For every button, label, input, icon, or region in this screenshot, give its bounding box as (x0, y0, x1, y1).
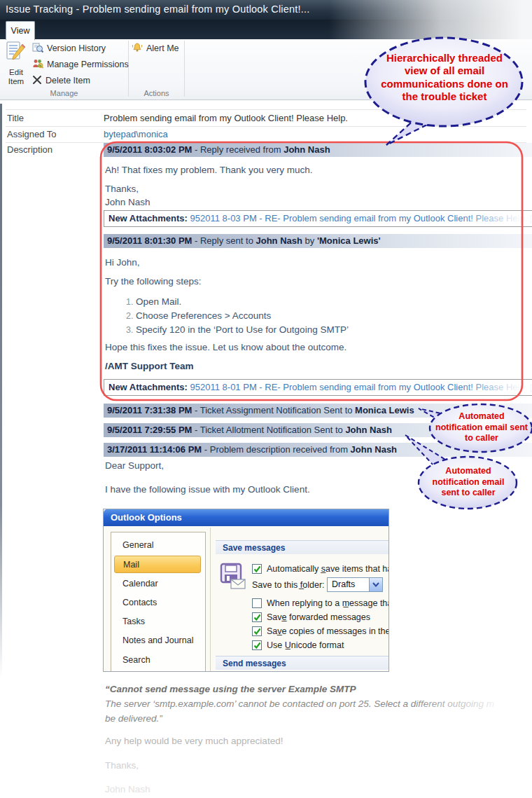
save-folder-dropdown[interactable]: Drafts (327, 577, 383, 592)
nav-item-mail-selected[interactable]: Mail (114, 556, 201, 573)
error-quote-line: “Cannot send message using the server Ex… (105, 684, 356, 694)
assigned-to-link[interactable]: bytepad\monica (104, 129, 168, 139)
nav-item-contacts[interactable]: Contacts (114, 594, 201, 612)
email-date: 9/5/2011 7:29:55 PM (104, 425, 192, 435)
checkbox-unicode[interactable]: Use U̲nicode format (252, 640, 344, 651)
step-item: Choose Preferences > Accounts (136, 310, 349, 321)
tab-view[interactable]: View (6, 21, 35, 40)
ribbon-separator-2 (184, 41, 185, 97)
ribbon-group-actions: Actions (129, 88, 184, 98)
checkbox-save-forwarded[interactable]: Save̲ forwarded messages (252, 612, 370, 623)
checkbox-checked-icon (252, 564, 262, 574)
email-body-line: Try the following steps: (105, 276, 202, 287)
right-fade (413, 694, 532, 716)
nav-item-notes-journal[interactable]: Notes and Journal (114, 632, 201, 649)
nav-item-general[interactable]: General (114, 537, 201, 554)
email-body-line: Thanks, (105, 184, 139, 194)
delete-item-label: Delete Item (46, 76, 90, 85)
titlebar-fade (329, 0, 532, 39)
email-header-reply-sent: 9/5/2011 8:01:30 PM - Reply sent to John… (104, 234, 532, 248)
manage-permissions-icon (32, 58, 43, 71)
section-send-messages: Send messages (216, 656, 388, 670)
email-body-line: Dear Support, (105, 460, 164, 471)
email-header-problem-description: 3/17/2011 11:14:06 PM - Problem descript… (104, 443, 532, 457)
email-body-line: Hi John, (105, 257, 140, 268)
version-history-button[interactable]: Version History (32, 41, 106, 56)
error-quote-line: be delivered.” (105, 713, 162, 724)
callout-1-tail (386, 111, 442, 145)
form-separator-top (6, 109, 526, 110)
checkbox-label: Automatically s̲ave items that have (267, 564, 388, 574)
email-header-reply-received: 9/5/2011 8:03:02 PM - Reply received fro… (104, 143, 532, 157)
dialog-titlebar: Outlook Options (104, 509, 388, 526)
attachment-fade (459, 211, 532, 226)
callout-auto-notification-1: Automated notification email sent to cal… (435, 411, 528, 444)
email-body-line: Hope this fixes the issue. Let us know a… (105, 342, 346, 352)
edit-item-icon (6, 54, 27, 66)
email-recipient-name: Monica Lewis (355, 405, 414, 415)
attachment-label: New Attachments: (104, 213, 190, 223)
attachment-fade (459, 380, 532, 395)
manage-permissions-label: Manage Permissions (47, 60, 129, 69)
email-date: 9/5/2011 8:01:30 PM (104, 235, 192, 246)
section-save-messages: Save messages (216, 540, 388, 554)
delete-item-icon (32, 75, 42, 87)
delete-item-button[interactable]: Delete Item (32, 73, 90, 88)
checkbox-save-copies[interactable]: Sav̲e copies of messages in the Se (252, 626, 388, 637)
dialog-divider (210, 528, 211, 671)
attachment-box-1: New Attachments: 952011 8-03 PM - RE- Pr… (104, 210, 532, 227)
checkbox-label: Use U̲nicode format (267, 640, 344, 650)
email-body-line-faded: Any help would be very much appreciated! (105, 736, 283, 746)
issue-tracking-window: Issue Tracking - Problem sending email f… (0, 0, 532, 798)
alert-me-label: Alert Me (146, 43, 179, 53)
title-field-label: Title (7, 113, 24, 123)
email-sender-name: John Nash (284, 144, 330, 155)
checkbox-autosave[interactable]: Automatically s̲ave items that have (252, 563, 388, 575)
nav-item-calendar[interactable]: Calendar (114, 575, 201, 593)
save-to-folder-label: Save to this f̲older: (252, 580, 325, 590)
email-body-line: John Nash (105, 197, 150, 207)
window-left-edge (0, 104, 2, 678)
edit-item-label-line1: Edit (3, 68, 29, 77)
title-field-value: Problem sending email from my Outlook Cl… (104, 113, 348, 123)
ribbon-group-manage: Manage (0, 88, 128, 98)
form-separator-1 (6, 126, 526, 127)
alert-me-icon (132, 42, 143, 55)
checkbox-checked-icon (252, 626, 262, 636)
save-folder-value: Drafts (332, 579, 355, 589)
checkbox-when-replying[interactable]: When replying to a m̲essage that (252, 598, 388, 609)
nav-item-tasks[interactable]: Tasks (114, 613, 201, 631)
dropdown-arrow-icon[interactable] (369, 578, 382, 591)
checkbox-label: Save̲ forwarded messages (267, 612, 370, 622)
assigned-to-label: Assigned To (7, 129, 57, 139)
edit-item-label-line2: Item (3, 77, 29, 86)
email-sender-name: John Nash (351, 444, 397, 455)
attachment-box-2: New Attachments: 952011 8-01 PM - RE- Pr… (104, 379, 532, 396)
callout-auto-notification-2: Automated notification email sent to cal… (423, 466, 514, 499)
callout-threaded-view: Hierarchically threaded view of all emai… (376, 52, 513, 103)
email-date: 9/5/2011 7:31:38 PM (104, 405, 192, 415)
alert-me-button[interactable]: Alert Me (132, 41, 179, 56)
edit-item-button[interactable]: Edit Item (3, 41, 29, 86)
page-title: Issue Tracking - Problem sending email f… (6, 4, 309, 15)
version-history-icon (32, 42, 43, 55)
save-floppy-envelope-icon (220, 563, 246, 593)
email-date: 3/17/2011 11:14:06 PM (104, 444, 202, 455)
checkbox-unchecked-icon (252, 598, 262, 608)
step-item: Open Mail. (136, 296, 349, 307)
email-body-line-faded: Thanks, (105, 760, 139, 771)
email-date: 9/5/2011 8:03:02 PM (104, 144, 192, 155)
email-sender-name: 'Monica Lewis' (317, 235, 381, 246)
email-signature: /AMT Support Team (105, 361, 194, 371)
nav-item-search[interactable]: Search (114, 652, 201, 669)
email-recipient-name: John Nash (255, 235, 302, 246)
checkbox-checked-icon (252, 640, 262, 650)
email-steps-list: Open Mail. Choose Preferences > Accounts… (112, 296, 349, 338)
outlook-options-dialog: Outlook Options General Mail Calendar Co… (104, 509, 388, 671)
email-body-line: I have the following issue with my Outlo… (105, 484, 310, 495)
email-body-line-faded: John Nash (105, 784, 150, 794)
manage-permissions-button[interactable]: Manage Permissions (32, 57, 129, 72)
checkbox-checked-icon (252, 612, 262, 622)
attachment-label: New Attachments: (104, 382, 190, 392)
step-item: Specify 120 in the ‘Port to Use for Outg… (136, 324, 349, 335)
